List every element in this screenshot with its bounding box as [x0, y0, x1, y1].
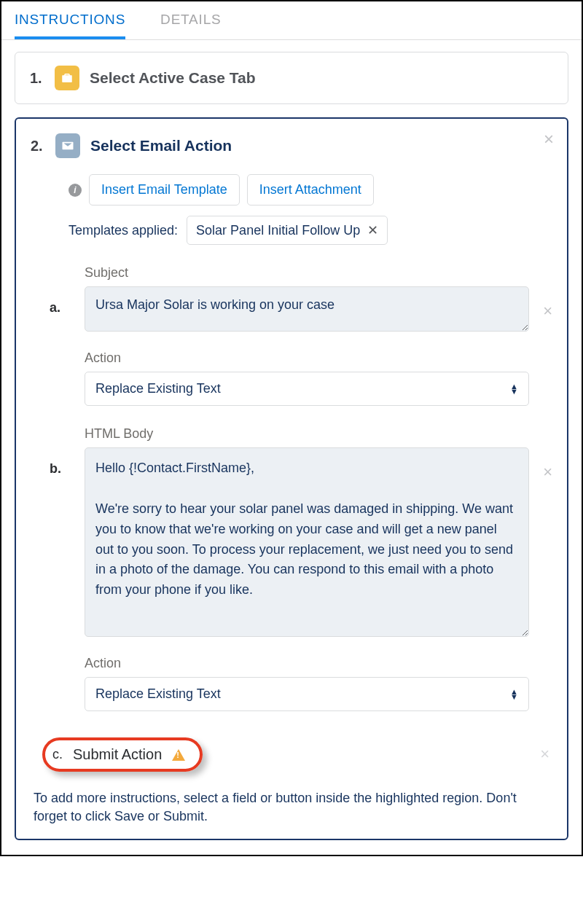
substep-c-letter: c.	[52, 747, 63, 762]
email-icon	[55, 133, 80, 158]
step-2-card: × 2. Select Email Action i Insert Email …	[15, 117, 568, 840]
tab-instructions[interactable]: INSTRUCTIONS	[15, 1, 125, 39]
help-text: To add more instructions, select a field…	[31, 789, 552, 826]
insert-attachment-button[interactable]: Insert Attachment	[247, 174, 374, 205]
subject-input[interactable]	[85, 286, 529, 332]
dropdown-arrows-icon: ▲▼	[510, 384, 518, 394]
html-body-label: HTML Body	[85, 426, 529, 442]
substep-b-letter: b.	[50, 461, 61, 477]
remove-substep-b-icon[interactable]: ×	[543, 463, 552, 482]
info-icon[interactable]: i	[69, 184, 82, 197]
case-icon	[55, 66, 79, 90]
templates-applied-row: Templates applied: Solar Panel Initial F…	[69, 216, 552, 245]
action-b-dropdown[interactable]: Replace Existing Text ▲▼	[85, 677, 529, 711]
action-b-value: Replace Existing Text	[95, 686, 221, 702]
substep-c-title: Submit Action	[73, 746, 162, 763]
remove-substep-c-icon[interactable]: ×	[540, 745, 549, 764]
remove-template-icon[interactable]: ✕	[367, 222, 378, 238]
close-step-2-icon[interactable]: ×	[544, 129, 554, 149]
substep-a-letter: a.	[50, 300, 60, 316]
dropdown-arrows-icon: ▲▼	[510, 689, 518, 700]
warning-icon	[172, 749, 185, 761]
insert-email-template-button[interactable]: Insert Email Template	[89, 174, 240, 205]
tabs-bar: INSTRUCTIONS DETAILS	[1, 1, 582, 40]
tab-details[interactable]: DETAILS	[160, 1, 221, 39]
substep-c-highlight: c. Submit Action	[42, 737, 203, 772]
step-2-number: 2.	[31, 138, 45, 154]
step-1-number: 1.	[30, 70, 44, 87]
action-a-value: Replace Existing Text	[95, 381, 221, 396]
substep-a: a. × Subject Action Replace Existing Tex…	[31, 265, 552, 406]
step-2-title: Select Email Action	[90, 137, 232, 154]
template-chip-label: Solar Panel Initial Follow Up	[196, 223, 360, 238]
step-2-action-buttons: i Insert Email Template Insert Attachmen…	[69, 174, 552, 205]
action-a-label: Action	[85, 351, 529, 366]
step-1-card[interactable]: 1. Select Active Case Tab	[15, 52, 568, 104]
step-1-header: 1. Select Active Case Tab	[30, 66, 553, 90]
html-body-input[interactable]	[85, 447, 529, 637]
templates-applied-label: Templates applied:	[69, 223, 178, 238]
substep-c: × c. Submit Action	[35, 730, 552, 779]
action-b-label: Action	[85, 656, 529, 671]
step-2-header: 2. Select Email Action	[31, 133, 552, 158]
content-area: 1. Select Active Case Tab × 2. Select Em…	[1, 40, 582, 855]
step-1-title: Select Active Case Tab	[90, 69, 256, 87]
template-chip: Solar Panel Initial Follow Up ✕	[187, 216, 388, 245]
action-a-dropdown[interactable]: Replace Existing Text ▲▼	[85, 372, 529, 406]
remove-substep-a-icon[interactable]: ×	[543, 302, 552, 321]
substep-b: b. × HTML Body Action Replace Existing T…	[31, 426, 552, 711]
subject-label: Subject	[85, 265, 529, 281]
